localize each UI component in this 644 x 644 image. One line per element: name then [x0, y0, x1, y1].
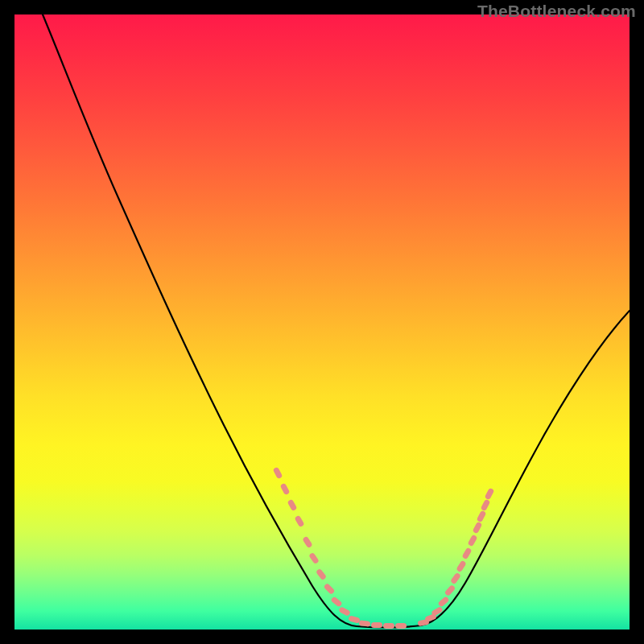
marker-dot — [473, 522, 483, 535]
watermark-text: TheBottleneck.com — [477, 2, 636, 21]
marker-dot — [461, 547, 472, 560]
marker-dot — [468, 535, 478, 547]
marker-dot — [437, 596, 449, 607]
marker-dot — [431, 606, 444, 617]
chart-frame: TheBottleneck.com — [0, 0, 644, 644]
marker-dot — [444, 584, 456, 597]
marker-dot — [450, 572, 461, 584]
marker-cluster-right — [14, 14, 630, 630]
marker-dot — [477, 510, 487, 523]
plot-area — [14, 14, 630, 630]
marker-dot — [481, 499, 491, 512]
marker-dot — [485, 488, 495, 501]
marker-dot — [456, 560, 466, 573]
